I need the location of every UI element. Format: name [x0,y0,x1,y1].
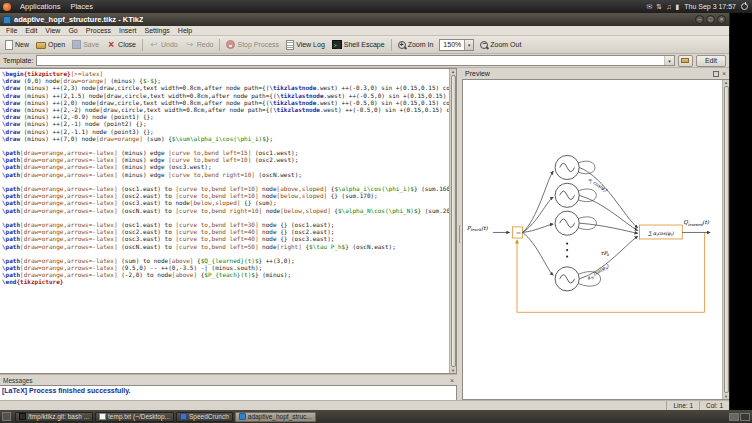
menu-item-view[interactable]: View [41,27,64,34]
scroll-up-icon[interactable]: ▲ [723,80,729,85]
code-line: \path[draw=orange,arrows=-latex] (minus)… [2,149,449,156]
text-file-icon [99,413,106,420]
taskbar-item-speedcrunch[interactable]: SpeedCrunch [176,412,233,422]
messages-header: Messages × [0,375,457,385]
toolbar-button-label: Undo [161,41,178,48]
code-line: \draw (minus) ++(7,0) node[draw=orange] … [2,135,449,142]
preview-title: Preview [465,70,490,77]
toolbar-button-label: Zoom Out [490,41,521,48]
window-maximize-button[interactable]: □ [706,15,715,24]
workspace-1[interactable] [729,413,739,421]
template-browse-button[interactable] [678,55,693,67]
scroll-down-icon[interactable]: ▼ [450,368,456,373]
taskbar: /tmp/ktikz.git: bash ...temp.txt (~/Desk… [0,410,752,423]
toolbar-button-redo: Redo [182,38,217,52]
taskbar-item-adaptive-hopf-struc[interactable]: adaptive_hopf_struc... [235,412,316,422]
terminal-icon [19,413,26,420]
zoom-in-icon [398,41,406,49]
menu-item-help[interactable]: Help [174,27,196,34]
code-line: \path[draw=orange,arrows=-latex] (osc3.e… [2,199,449,206]
window-minimize-button[interactable]: – [695,15,704,24]
tikz-diagram: Pteach(t) − [465,132,722,332]
toolbar-button-save: Save [69,38,102,52]
taskbar-item-tmp-ktikz-git-bash[interactable]: /tmp/ktikz.git: bash ... [15,412,93,422]
menu-bar: FileEditViewGoProcessInsertSettingsHelp [0,26,729,36]
taskbar-item-label: adaptive_hopf_struc... [248,413,312,420]
template-edit-button[interactable]: Edit [696,55,726,67]
menu-item-process[interactable]: Process [82,27,115,34]
battery-indicator-icon[interactable]: ▮ [675,3,679,10]
panel-menu-applications[interactable]: Applications [15,0,65,13]
menu-item-settings[interactable]: Settings [141,27,174,34]
window-title: adaptive_hopf_structure.tikz - KTikZ [14,15,143,24]
dock-close-icon[interactable]: × [722,70,726,77]
toolbar-button-undo: Undo [146,38,181,52]
code-line: \draw (minus) ++(2,-1) node (point2) {}; [2,120,449,127]
code-line: \path[draw=orange,arrows=-latex] (-2,0) … [2,271,449,278]
title-bar[interactable]: adaptive_hopf_structure.tikz - KTikZ – □… [0,13,729,26]
toolbar-button-view-log[interactable]: View Log [283,38,328,52]
toolbar-button-shell-escape[interactable]: Shell Escape [329,38,388,52]
toolbar-button-label: Stop Process [237,41,279,48]
toolbar: NewOpenSaveCloseUndoRedoStop ProcessView… [0,36,729,54]
clock-label[interactable]: Thu Sep 3 17:57 [684,3,736,10]
window-close-button[interactable]: × [717,15,726,24]
editor-scrollbar[interactable]: ▲ ▼ [449,69,456,373]
latex-status-prefix: [LaTeX] [2,387,27,394]
undo-icon [149,40,159,50]
zoom-combobox[interactable]: 150%▾ [439,39,474,51]
toolbar-button-close[interactable]: Close [103,38,139,52]
panel-menu-places[interactable]: Places [65,0,98,13]
toolbar-button-label: Shell Escape [344,41,385,48]
toolbar-button-zoom-out[interactable]: Zoom Out [477,38,524,52]
menu-item-go[interactable]: Go [64,27,81,34]
taskbar-item-temp-txt-desktop[interactable]: temp.txt (~/Desktop... [95,412,174,422]
dock-float-icon[interactable] [713,71,719,77]
show-desktop-icon[interactable] [2,412,11,421]
scroll-down-icon[interactable]: ▼ [723,394,729,399]
window-app-icon [3,16,11,24]
workspace-switcher[interactable] [729,413,750,421]
tray-icons: ✉⇅♫▮ [646,3,679,10]
editor-pane: \begin{tikzpicture}[>=latex]\draw (0,0) … [0,68,457,400]
zoom-combo-arrow-icon[interactable]: ▾ [464,40,473,50]
code-line: \path[draw=orange,arrows=-latex] (osc3.e… [2,235,449,242]
template-combo-arrow-icon[interactable]: ▾ [664,56,674,65]
preview-scrollbar[interactable]: ▲ ▼ [722,80,729,399]
code-line: \path[draw=orange,arrows=-latex] (oscN.e… [2,243,449,250]
panel-indicator-area: ✉⇅♫▮ Thu Sep 3 17:57 [646,3,752,10]
preview-scrollbar-thumb[interactable] [724,86,729,393]
scroll-up-icon[interactable]: ▲ [450,69,456,74]
network-indicator-icon[interactable]: ⇅ [656,3,662,10]
status-col: Col: 1 [699,401,729,410]
view-log-icon [286,40,294,50]
power-icon[interactable] [741,3,748,10]
toolbar-button-new[interactable]: New [2,38,32,52]
toolbar-separator [219,39,220,51]
mail-indicator-icon[interactable]: ✉ [646,3,652,10]
folder-icon [681,58,689,63]
menu-item-edit[interactable]: Edit [21,27,41,34]
toolbar-button-stop-process: Stop Process [223,38,282,52]
code-editor[interactable]: \begin{tikzpicture}[>=latex]\draw (0,0) … [0,69,449,373]
fan-in-edges [579,167,638,278]
sum-label: ∑ αicos(φi) [647,231,675,237]
volume-indicator-icon[interactable]: ♫ [666,3,671,10]
code-line: \path[draw=orange,arrows=-latex] (minus)… [2,171,449,178]
messages-close-icon[interactable]: × [450,377,454,384]
taskbar-item-label: /tmp/ktikz.git: bash ... [28,413,89,420]
ubuntu-logo-icon[interactable] [3,3,11,11]
toolbar-button-open[interactable]: Open [33,38,68,52]
template-combobox[interactable]: ▾ [36,55,675,66]
editor-scrollbar-thumb[interactable] [451,75,456,367]
preview-canvas: Pteach(t) − [463,80,722,399]
code-line [2,250,449,257]
code-line: \path[draw=orange,arrows=-latex] (oscN.e… [2,207,449,214]
zoom-value: 150% [440,41,464,48]
code-line: \path[draw=orange,arrows=-latex] (minus)… [2,163,449,170]
workspace-2[interactable] [740,413,750,421]
menu-item-insert[interactable]: Insert [115,27,141,34]
toolbar-button-zoom-in[interactable]: Zoom In [395,38,437,52]
menu-item-file[interactable]: File [2,27,21,34]
code-line: \path[draw=orange,arrows=-latex] (9.5,0)… [2,264,449,271]
